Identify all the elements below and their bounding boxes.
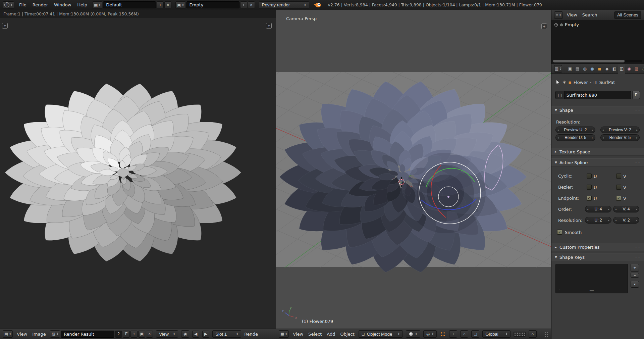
menu-object[interactable]: Object: [339, 332, 355, 337]
scene-statistics: v2.76 | Verts:8,984 | Faces:4,949 | Tris…: [328, 2, 542, 7]
header-grip[interactable]: [544, 331, 548, 337]
image-name-field[interactable]: Render Result: [61, 331, 114, 338]
menu-help[interactable]: Help: [76, 2, 88, 7]
scrollbar-thumb[interactable]: [553, 60, 625, 62]
outliner-display-select[interactable]: All Scenes: [614, 11, 641, 19]
display-channels-select[interactable]: View ▲▼: [156, 330, 178, 338]
preview-u-field[interactable]: Preview U: 2: [555, 127, 595, 133]
editor-type-button[interactable]: ≡ ▲▼: [554, 11, 563, 19]
shape-keys-list[interactable]: ◦ ══: [555, 264, 628, 293]
panel-header-shape[interactable]: ▼ Shape ····: [551, 106, 644, 114]
region-expand-button[interactable]: +: [266, 23, 272, 29]
region-expand-button[interactable]: +: [2, 23, 8, 29]
resolution-v-field[interactable]: V: 2: [613, 217, 639, 224]
endpoint-v-checkbox[interactable]: [616, 196, 621, 201]
render-engine-select[interactable]: Povray render ▲▼: [259, 1, 309, 9]
translate-manipulator-button[interactable]: +: [449, 330, 457, 338]
smooth-checkbox[interactable]: [557, 230, 562, 235]
panel-header-custom-properties[interactable]: ► Custom Properties ····: [551, 243, 644, 251]
render-u-field[interactable]: Render U: 5: [555, 134, 595, 141]
scene-browse-button[interactable]: ▣ ▲▼: [175, 1, 185, 9]
surface-name-field[interactable]: ◫ SurfPatch.880: [555, 91, 631, 99]
fake-user-button[interactable]: F: [632, 91, 640, 99]
layers-widget[interactable]: [514, 332, 526, 337]
menu-image[interactable]: Image: [31, 332, 47, 337]
pin-icon: ◉: [183, 332, 187, 336]
order-u-field[interactable]: U: 4: [585, 206, 611, 212]
render-slot-select[interactable]: Slot 1 ▲▼: [212, 330, 241, 338]
editor-type-button[interactable]: ▥ ▲▼: [554, 65, 562, 72]
menu-search[interactable]: Search: [581, 12, 598, 17]
region-expand-button[interactable]: +: [541, 23, 547, 29]
cyclic-v-checkbox[interactable]: [616, 174, 621, 179]
panel-header-texture-space[interactable]: ► Texture Space ····: [551, 148, 644, 156]
info-editor-type-button[interactable]: i ▲▼: [3, 1, 14, 9]
tab-object-data[interactable]: ◫: [618, 64, 625, 74]
tab-scene[interactable]: ◍: [581, 64, 588, 74]
scale-manipulator-button[interactable]: □: [471, 330, 479, 338]
breadcrumb-object[interactable]: Flower: [574, 80, 588, 85]
menu-file[interactable]: File: [18, 2, 28, 7]
menu-view[interactable]: View: [566, 12, 578, 17]
tab-physics[interactable]: ◌: [640, 64, 644, 74]
preview-v-field[interactable]: Preview V: 2: [600, 127, 640, 133]
tab-texture[interactable]: ▨: [633, 64, 640, 74]
editor-type-button[interactable]: ▤ ▲▼: [3, 330, 13, 338]
tab-constraints[interactable]: ◆: [603, 64, 610, 74]
new-image-button[interactable]: +: [130, 331, 138, 338]
menu-view[interactable]: View: [292, 332, 304, 337]
cyclic-u-checkbox[interactable]: [587, 174, 592, 179]
pin-button[interactable]: ◉: [181, 330, 189, 338]
tab-material[interactable]: ◉: [626, 64, 633, 74]
tab-world[interactable]: ●: [589, 64, 596, 74]
list-resize-grip[interactable]: ══: [590, 289, 594, 293]
panel-header-active-spline[interactable]: ▼ Active Spline ····: [551, 158, 644, 166]
screen-layout-browse-button[interactable]: ▦ ▲▼: [92, 1, 102, 9]
slot-prev-button[interactable]: ◀: [192, 331, 199, 338]
scene-name-field[interactable]: Empty: [186, 1, 239, 8]
rotate-manipulator-button[interactable]: ○: [460, 330, 468, 338]
image-users-button[interactable]: 2: [115, 331, 122, 338]
scene-add-button[interactable]: +: [240, 1, 247, 8]
menu-window[interactable]: Window: [53, 2, 72, 7]
viewport-3d[interactable]: xyz Camera Persp (1) Flower.079 +: [276, 10, 551, 329]
bezier-u-checkbox[interactable]: [587, 185, 592, 190]
fake-user-button[interactable]: F: [123, 331, 130, 338]
slot-next-button[interactable]: ▶: [202, 331, 209, 338]
tab-render-layers[interactable]: ▤: [574, 64, 581, 74]
unlink-image-button[interactable]: ×: [146, 331, 153, 338]
tab-modifiers[interactable]: ◧: [611, 64, 618, 74]
order-v-field[interactable]: V: 4: [613, 206, 639, 212]
shape-key-specials-button[interactable]: ▼: [631, 281, 639, 288]
editor-type-button[interactable]: ▦ ▲▼: [279, 330, 289, 338]
snap-icon[interactable]: [440, 332, 445, 337]
screen-layout-close-button[interactable]: ×: [164, 1, 171, 8]
resolution-u-field[interactable]: U: 2: [585, 217, 611, 224]
image-browse-button[interactable]: ▨ ▲▼: [50, 330, 60, 338]
menu-select[interactable]: Select: [307, 332, 323, 337]
screen-layout-add-button[interactable]: +: [157, 1, 164, 8]
tab-render[interactable]: ▣: [567, 64, 574, 74]
breadcrumb-data[interactable]: SurfPat: [599, 80, 615, 85]
resolution-label: Resolution:: [551, 119, 644, 125]
add-shape-key-button[interactable]: +: [631, 264, 639, 272]
menu-add[interactable]: Add: [326, 332, 336, 337]
endpoint-u-checkbox[interactable]: [587, 196, 592, 201]
viewport-shading-select[interactable]: ▲▼: [406, 330, 420, 338]
remove-shape-key-button[interactable]: −: [631, 273, 639, 278]
snap-magnet-button[interactable]: ∩: [529, 330, 537, 338]
scene-close-button[interactable]: ×: [248, 1, 255, 8]
panel-header-shape-keys[interactable]: ▼ Shape Keys ····: [551, 253, 644, 261]
outliner-item-empty[interactable]: ⊕ Empty: [551, 20, 644, 29]
pivot-select[interactable]: ◎ ▲▼: [423, 330, 437, 338]
menu-render[interactable]: Render: [32, 2, 49, 7]
tab-object[interactable]: ◼: [596, 64, 603, 74]
screen-layout-field[interactable]: Default: [103, 1, 156, 8]
menu-view[interactable]: View: [16, 332, 28, 337]
outliner-scrollbar[interactable]: [553, 60, 642, 62]
mode-select[interactable]: ◻ Object Mode ▲▼: [359, 330, 403, 338]
bezier-v-checkbox[interactable]: [616, 185, 621, 190]
render-v-field[interactable]: Render V: 5: [600, 134, 640, 141]
pack-image-button[interactable]: ▣: [138, 331, 145, 338]
orientation-select[interactable]: Global ▲▼: [482, 330, 511, 338]
